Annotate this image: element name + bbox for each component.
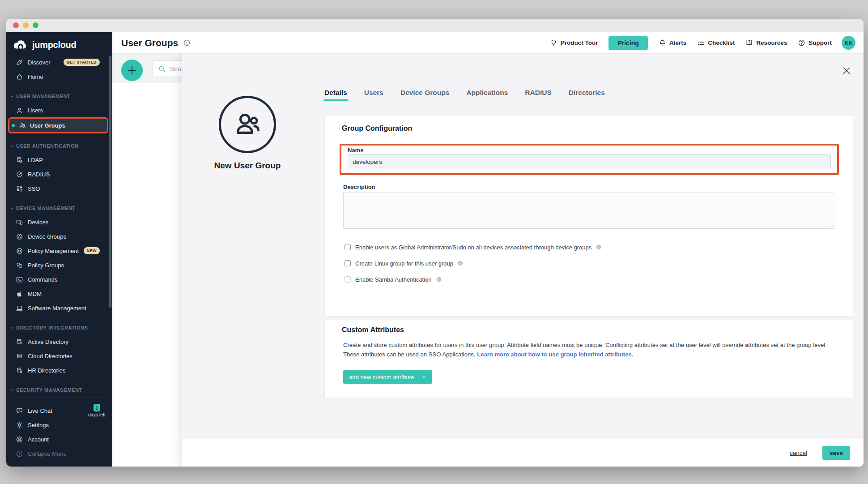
user-group-circle-icon [219, 96, 276, 153]
tab-users[interactable]: Users [364, 89, 383, 101]
checkbox-label: Create Linux group for this user group [355, 260, 453, 267]
sidebar-scrollbar[interactable] [109, 56, 111, 308]
sidebar-section-security-management[interactable]: SECURITY MANAGEMENT [6, 383, 112, 397]
sidebar: jumpcloud DiscoverGET STARTEDHomeUSER MA… [6, 32, 112, 467]
sidebar-item-label: HR Directories [28, 367, 66, 374]
sidebar-item-commands[interactable]: Commands [6, 272, 112, 287]
sidebar-item-label: LDAP [28, 157, 43, 163]
chevron-down-icon [10, 94, 14, 99]
add-custom-attribute-button[interactable]: add new custom attribute [343, 370, 432, 384]
header-action-product-tour[interactable]: Product Tour [550, 39, 598, 47]
jumpcloud-logo[interactable]: jumpcloud [6, 32, 112, 55]
save-button[interactable]: save [822, 446, 850, 460]
sidebar-item-hr-directories[interactable]: HR Directories [6, 363, 112, 377]
header-action-pricing[interactable]: Pricing [608, 36, 647, 50]
close-window-button[interactable] [13, 22, 19, 28]
bell-icon [659, 39, 666, 47]
header-action-resources[interactable]: Resources [745, 39, 787, 47]
custom-attributes-description: Create and store custom attributes for u… [343, 341, 841, 359]
sidebar-section-device-management[interactable]: DEVICE MANAGEMENT [6, 201, 112, 215]
grid-icon [16, 185, 23, 193]
sidebar-item-account[interactable]: Account [6, 432, 112, 446]
checkbox-label: Enable Samba Authentication [355, 276, 432, 283]
sidebar-item-live-chat[interactable]: Live Chat1days left [6, 403, 112, 418]
sidebar-item-devices[interactable]: Devices [6, 215, 112, 229]
close-icon[interactable] [841, 65, 852, 76]
sidebar-item-home[interactable]: Home [6, 69, 112, 84]
cloud-logo-icon [12, 40, 29, 51]
sidebar-section-user-management[interactable]: USER MANAGEMENT [6, 90, 112, 103]
sidebar-section-user-authentication[interactable]: USER AUTHENTICATION [6, 139, 112, 153]
info-icon[interactable] [183, 39, 191, 47]
sidebar-item-label: Software Management [28, 305, 86, 312]
chat-icon [16, 407, 23, 415]
learn-more-link[interactable]: Learn more about how to use group inheri… [477, 351, 633, 358]
checklist-icon [697, 39, 705, 47]
sidebar-item-active-directory[interactable]: Active Directory [6, 334, 112, 349]
sidebar-item-sso[interactable]: SSO [6, 181, 112, 196]
sidebar-item-label: Discover [28, 59, 51, 66]
tab-applications[interactable]: Applications [466, 89, 508, 101]
checkbox-enable-samba-authentication[interactable]: Enable Samba Authentication [345, 274, 602, 284]
checkbox[interactable] [345, 276, 351, 283]
sidebar-item-cloud-directories[interactable]: Cloud Directories [6, 349, 112, 363]
cancel-button[interactable]: cancel [790, 450, 807, 456]
checkbox-create-linux-group-for-this-user-group[interactable]: Create Linux group for this user group [345, 258, 602, 268]
checkbox[interactable] [345, 244, 351, 250]
sidebar-item-software-management[interactable]: Software Management [6, 301, 112, 315]
tab-directories[interactable]: Directories [569, 89, 605, 101]
sidebar-item-discover[interactable]: DiscoverGET STARTED [6, 55, 112, 69]
app-window: jumpcloud DiscoverGET STARTEDHomeUSER MA… [6, 19, 864, 467]
section-label: USER AUTHENTICATION [16, 143, 79, 149]
section-label: SECURITY MANAGEMENT [16, 387, 82, 393]
tab-radius[interactable]: RADIUS [525, 89, 551, 101]
laptop-icon [16, 304, 23, 312]
sidebar-item-settings[interactable]: Settings [6, 418, 112, 432]
sidebar-item-device-groups[interactable]: Device Groups [6, 229, 112, 244]
book-icon [745, 39, 753, 47]
sidebar-item-ldap[interactable]: LDAP [6, 153, 112, 167]
sidebar-item-label: Commands [28, 276, 57, 283]
tab-device-groups[interactable]: Device Groups [400, 89, 449, 101]
sidebar-item-mdm[interactable]: MDM [6, 287, 112, 301]
description-textarea[interactable] [343, 193, 835, 229]
page-title: User Groups [121, 38, 178, 48]
page-header: User Groups Product TourPricingAlertsChe… [112, 32, 864, 54]
zoom-window-button[interactable] [33, 22, 38, 28]
sidebar-item-collapse-menu[interactable]: Collapse Menu [6, 446, 112, 461]
tab-details[interactable]: Details [324, 89, 347, 101]
info-icon[interactable] [457, 260, 464, 266]
checkbox[interactable] [345, 260, 351, 266]
sidebar-item-label: Active Directory [28, 338, 68, 345]
badge: NEW [84, 247, 100, 254]
header-action-checklist[interactable]: Checklist [697, 39, 735, 47]
action-label: Checklist [708, 39, 735, 46]
sidebar-item-label: Policy Management [28, 248, 79, 254]
info-icon[interactable] [436, 276, 442, 283]
sidebar-item-users[interactable]: Users [6, 103, 112, 117]
sidebar-item-label: Live Chat [28, 407, 52, 414]
resize-grip-icon[interactable] [829, 222, 834, 228]
sidebar-item-policy-management[interactable]: Policy ManagementNEW [6, 244, 112, 258]
minimize-window-button[interactable] [23, 22, 29, 28]
info-icon[interactable] [596, 244, 602, 250]
panel-footer: cancel save [182, 439, 864, 467]
header-action-support[interactable]: Support [798, 39, 832, 47]
badge: GET STARTED [64, 59, 100, 66]
sidebar-item-label: Settings [28, 422, 49, 428]
checkbox-enable-users-as-global-administrator-sudo-on-all-devices-associated-through-device-groups[interactable]: Enable users as Global Administrator/Sud… [345, 242, 602, 252]
sidebar-item-user-groups[interactable]: User Groups [8, 117, 108, 133]
add-group-button[interactable] [121, 60, 143, 81]
sidebar-item-radius[interactable]: RADIUS [6, 167, 112, 181]
header-action-alerts[interactable]: Alerts [659, 39, 686, 47]
sidebar-item-label: SSO [28, 185, 40, 192]
devices-icon [16, 218, 23, 226]
main-content: User Groups Product TourPricingAlertsChe… [112, 32, 864, 467]
policy-icon [16, 247, 23, 255]
avatar[interactable]: KK [842, 36, 855, 50]
sidebar-item-label: Policy Groups [28, 262, 64, 269]
sidebar-item-label: MDM [28, 291, 42, 297]
sidebar-section-directory-integrations[interactable]: DIRECTORY INTEGRATIONS [6, 321, 112, 334]
sidebar-item-policy-groups[interactable]: Policy Groups [6, 258, 112, 272]
group-name-input[interactable] [348, 154, 831, 169]
